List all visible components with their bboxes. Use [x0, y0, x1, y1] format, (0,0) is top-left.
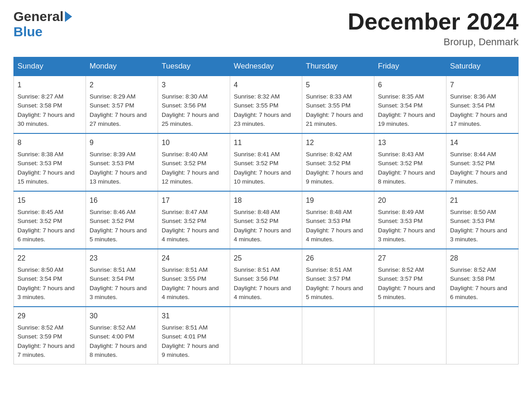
sunset-text: Sunset: 3:54 PM: [17, 275, 62, 282]
calendar-cell: 13Sunrise: 8:43 AMSunset: 3:52 PMDayligh…: [374, 133, 446, 191]
day-number: 23: [90, 253, 154, 264]
daylight-text: Daylight: 7 hours and: [378, 111, 435, 118]
daylight-text-2: 5 minutes.: [90, 236, 117, 243]
calendar-cell: 22Sunrise: 8:50 AMSunset: 3:54 PMDayligh…: [14, 249, 86, 307]
calendar-cell: [446, 307, 519, 364]
sunset-text: Sunset: 3:57 PM: [378, 275, 423, 282]
calendar-cell: 17Sunrise: 8:47 AMSunset: 3:52 PMDayligh…: [158, 191, 230, 249]
day-number: 24: [162, 253, 226, 264]
calendar-cell: [230, 307, 302, 364]
day-number: 27: [378, 253, 442, 264]
daylight-text-2: 8 minutes.: [90, 351, 117, 358]
calendar-cell: 18Sunrise: 8:48 AMSunset: 3:52 PMDayligh…: [230, 191, 302, 249]
daylight-text: Daylight: 7 hours and: [378, 169, 435, 176]
daylight-text: Daylight: 7 hours and: [90, 285, 147, 291]
daylight-text: Daylight: 7 hours and: [162, 285, 219, 291]
daylight-text: Daylight: 7 hours and: [162, 227, 219, 234]
calendar-week-row: 22Sunrise: 8:50 AMSunset: 3:54 PMDayligh…: [14, 249, 519, 307]
calendar-week-row: 1Sunrise: 8:27 AMSunset: 3:58 PMDaylight…: [14, 76, 519, 133]
calendar-cell: 5Sunrise: 8:33 AMSunset: 3:55 PMDaylight…: [302, 76, 374, 133]
sunset-text: Sunset: 3:53 PM: [90, 160, 134, 167]
logo-arrow-icon: [65, 11, 72, 22]
daylight-text: Daylight: 7 hours and: [17, 227, 75, 234]
calendar-cell: 1Sunrise: 8:27 AMSunset: 3:58 PMDaylight…: [14, 76, 86, 133]
sunrise-text: Sunrise: 8:48 AM: [306, 209, 352, 215]
sunrise-text: Sunrise: 8:35 AM: [378, 93, 424, 100]
daylight-text-2: 7 minutes.: [450, 178, 478, 185]
sunset-text: Sunset: 3:53 PM: [306, 218, 351, 224]
daylight-text: Daylight: 7 hours and: [306, 285, 363, 291]
daylight-text: Daylight: 7 hours and: [17, 169, 75, 176]
daylight-text-2: 3 minutes.: [450, 236, 478, 243]
sunset-text: Sunset: 3:55 PM: [306, 102, 351, 109]
daylight-text-2: 23 minutes.: [234, 120, 265, 127]
daylight-text: Daylight: 7 hours and: [306, 227, 363, 234]
daylight-text-2: 8 minutes.: [378, 178, 406, 185]
calendar-cell: 6Sunrise: 8:35 AMSunset: 3:54 PMDaylight…: [374, 76, 446, 133]
sunrise-text: Sunrise: 8:51 AM: [162, 324, 208, 331]
sunrise-text: Sunrise: 8:50 AM: [450, 209, 496, 215]
daylight-text-2: 4 minutes.: [162, 294, 189, 300]
daylight-text: Daylight: 7 hours and: [90, 169, 147, 176]
calendar-cell: 21Sunrise: 8:50 AMSunset: 3:53 PMDayligh…: [446, 191, 519, 249]
calendar-cell: 9Sunrise: 8:39 AMSunset: 3:53 PMDaylight…: [86, 133, 158, 191]
sunrise-text: Sunrise: 8:47 AM: [162, 209, 208, 215]
calendar-cell: 14Sunrise: 8:44 AMSunset: 3:52 PMDayligh…: [446, 133, 519, 191]
calendar-table: SundayMondayTuesdayWednesdayThursdayFrid…: [13, 57, 519, 364]
sunrise-text: Sunrise: 8:38 AM: [17, 151, 64, 158]
day-number: 30: [90, 311, 154, 321]
sunset-text: Sunset: 3:52 PM: [90, 218, 134, 224]
page-header: General Blue December 2024 Brorup, Denma…: [13, 9, 519, 48]
sunset-text: Sunset: 3:52 PM: [162, 218, 206, 224]
sunrise-text: Sunrise: 8:51 AM: [306, 266, 352, 273]
daylight-text-2: 15 minutes.: [17, 178, 49, 185]
sunrise-text: Sunrise: 8:52 AM: [450, 266, 496, 273]
daylight-text-2: 3 minutes.: [378, 236, 406, 243]
daylight-text-2: 3 minutes.: [17, 294, 45, 300]
daylight-text: Daylight: 7 hours and: [17, 285, 75, 291]
calendar-cell: 28Sunrise: 8:52 AMSunset: 3:58 PMDayligh…: [446, 249, 519, 307]
day-number: 21: [450, 195, 515, 206]
calendar-cell: 23Sunrise: 8:51 AMSunset: 3:54 PMDayligh…: [86, 249, 158, 307]
day-number: 17: [162, 195, 226, 206]
calendar-cell: 4Sunrise: 8:32 AMSunset: 3:55 PMDaylight…: [230, 76, 302, 133]
daylight-text: Daylight: 7 hours and: [162, 342, 219, 349]
sunset-text: Sunset: 3:55 PM: [162, 275, 206, 282]
month-title: December 2024: [348, 9, 519, 34]
daylight-text: Daylight: 7 hours and: [234, 227, 291, 234]
day-number: 1: [17, 80, 82, 90]
sunset-text: Sunset: 4:01 PM: [162, 333, 206, 340]
sunrise-text: Sunrise: 8:49 AM: [378, 209, 424, 215]
daylight-text-2: 4 minutes.: [162, 236, 189, 243]
sunset-text: Sunset: 3:54 PM: [90, 275, 134, 282]
header-sunday: Sunday: [14, 57, 86, 76]
daylight-text-2: 6 minutes.: [450, 294, 478, 300]
calendar-cell: 11Sunrise: 8:41 AMSunset: 3:52 PMDayligh…: [230, 133, 302, 191]
day-number: 8: [17, 137, 82, 148]
sunrise-text: Sunrise: 8:41 AM: [234, 151, 280, 158]
sunrise-text: Sunrise: 8:52 AM: [17, 324, 64, 331]
sunrise-text: Sunrise: 8:43 AM: [378, 151, 424, 158]
day-number: 15: [17, 195, 82, 206]
daylight-text: Daylight: 7 hours and: [378, 227, 435, 234]
daylight-text-2: 5 minutes.: [378, 294, 406, 300]
calendar-week-row: 15Sunrise: 8:45 AMSunset: 3:52 PMDayligh…: [14, 191, 519, 249]
day-number: 13: [378, 137, 442, 148]
daylight-text-2: 27 minutes.: [90, 120, 121, 127]
sunset-text: Sunset: 3:53 PM: [17, 160, 62, 167]
calendar-cell: [302, 307, 374, 364]
sunrise-text: Sunrise: 8:39 AM: [90, 151, 136, 158]
sunset-text: Sunset: 3:52 PM: [306, 160, 351, 167]
daylight-text-2: 4 minutes.: [306, 236, 334, 243]
daylight-text-2: 21 minutes.: [306, 120, 337, 127]
sunrise-text: Sunrise: 8:30 AM: [162, 93, 208, 100]
calendar-header-row: SundayMondayTuesdayWednesdayThursdayFrid…: [14, 57, 519, 76]
sunrise-text: Sunrise: 8:32 AM: [234, 93, 280, 100]
daylight-text-2: 13 minutes.: [90, 178, 121, 185]
calendar-cell: 15Sunrise: 8:45 AMSunset: 3:52 PMDayligh…: [14, 191, 86, 249]
day-number: 25: [234, 253, 298, 264]
header-monday: Monday: [86, 57, 158, 76]
sunset-text: Sunset: 3:52 PM: [234, 160, 279, 167]
calendar-cell: 27Sunrise: 8:52 AMSunset: 3:57 PMDayligh…: [374, 249, 446, 307]
daylight-text: Daylight: 7 hours and: [162, 169, 219, 176]
